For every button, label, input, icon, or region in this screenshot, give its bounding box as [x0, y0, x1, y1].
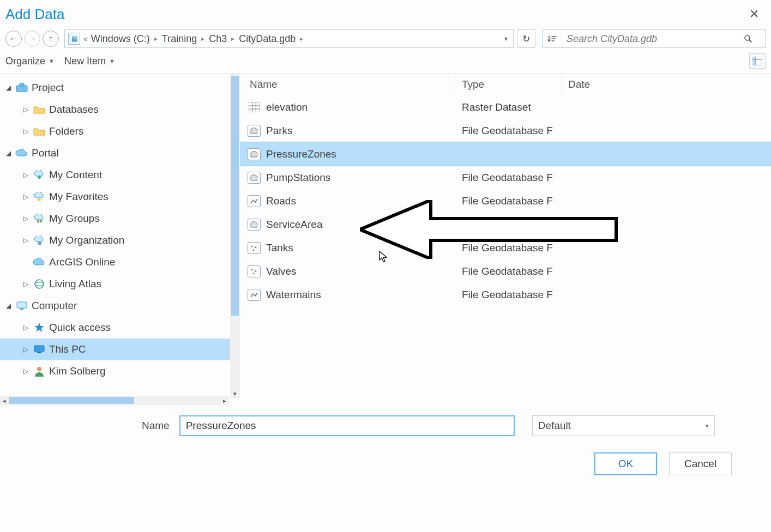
search-button[interactable]: [738, 30, 757, 47]
tree-item-my-organization[interactable]: ▷ My Organization: [0, 229, 240, 251]
tree-item-quick-access[interactable]: ▷ Quick access: [0, 317, 240, 338]
svg-point-20: [37, 367, 41, 371]
living-atlas-icon: [33, 278, 46, 290]
svg-rect-19: [37, 352, 41, 353]
tree-label: Kim Solberg: [49, 365, 106, 377]
tree-item-my-groups[interactable]: ▷ My Groups: [0, 208, 240, 229]
chevron-left-icon: «: [83, 34, 88, 43]
list-item[interactable]: PressureZones: [240, 142, 771, 166]
breadcrumb-item[interactable]: Training: [162, 33, 197, 45]
tree-item-my-content[interactable]: ▷ My Content: [0, 164, 240, 186]
item-type: File Geodatabase F: [455, 219, 562, 231]
ok-button[interactable]: OK: [594, 452, 657, 475]
list-item[interactable]: ServiceAreaFile Geodatabase F: [240, 213, 771, 236]
raster-icon: [248, 101, 261, 113]
chevron-right-icon: ▸: [200, 35, 206, 43]
up-button[interactable]: ↑: [43, 31, 59, 47]
column-header-type[interactable]: Type: [455, 74, 562, 95]
tree-item-my-favorites[interactable]: ▷ My Favorites: [0, 186, 240, 208]
search-input[interactable]: [562, 33, 738, 45]
view-toggle-button[interactable]: [749, 53, 766, 69]
tree-label: Databases: [49, 104, 99, 116]
tree-item-this-pc[interactable]: ▷ This PC: [0, 338, 240, 360]
tree-label: This PC: [49, 343, 86, 355]
tree-label: Computer: [32, 300, 77, 312]
item-name: elevation: [266, 101, 308, 113]
breadcrumb-dropdown[interactable]: ▾: [502, 35, 510, 43]
tree-item-project[interactable]: ◢ Project: [0, 77, 240, 99]
breadcrumb-item[interactable]: CityData.gdb: [239, 33, 296, 45]
item-type: File Geodatabase F: [455, 265, 562, 277]
list-item[interactable]: PumpStationsFile Geodatabase F: [240, 166, 771, 189]
polygon-icon: [248, 219, 261, 231]
column-header-date[interactable]: Date: [562, 74, 771, 95]
list-item[interactable]: WatermainsFile Geodatabase F: [240, 283, 771, 306]
polygon-icon: [248, 148, 261, 160]
item-name: PressureZones: [266, 148, 336, 160]
list-item[interactable]: elevationRaster Dataset: [240, 95, 771, 119]
svg-point-13: [35, 280, 44, 288]
catalog-tree: ◢ Project ▷ Databases ▷ Folders: [0, 74, 240, 406]
tree-label: My Content: [49, 169, 102, 181]
svg-rect-15: [17, 302, 27, 308]
breadcrumb-item[interactable]: Ch3: [209, 33, 227, 45]
caret-down-icon: ▼: [109, 58, 115, 64]
filter-select[interactable]: Default ▾: [532, 415, 715, 436]
sort-button[interactable]: [543, 30, 562, 47]
item-name: ServiceArea: [266, 219, 323, 231]
refresh-button[interactable]: ↻: [517, 29, 535, 48]
new-item-menu[interactable]: New Item ▼: [64, 56, 115, 67]
list-item[interactable]: ValvesFile Geodatabase F: [240, 259, 771, 283]
tree-vscrollbar[interactable]: ▾: [230, 74, 240, 398]
cloud-star-icon: [33, 191, 46, 203]
cloud-user-icon: [33, 169, 46, 181]
breadcrumb-item[interactable]: Windows (C:): [91, 33, 150, 45]
cloud-icon: [15, 147, 28, 159]
cancel-button[interactable]: Cancel: [669, 452, 732, 475]
svg-rect-7: [20, 83, 24, 86]
tree-label: My Favorites: [49, 191, 109, 203]
organize-menu[interactable]: Organize ▼: [5, 56, 55, 67]
tree-item-portal[interactable]: ◢ Portal: [0, 142, 240, 164]
organize-label: Organize: [5, 56, 45, 67]
item-name: Roads: [266, 195, 296, 207]
tree-hscrollbar[interactable]: ◂ ▸: [0, 396, 229, 406]
back-button[interactable]: ←: [5, 31, 22, 47]
user-icon: [33, 365, 46, 377]
folder-icon: [33, 125, 46, 137]
item-type: File Geodatabase F: [455, 195, 562, 207]
tree-item-databases[interactable]: ▷ Databases: [0, 99, 240, 120]
list-item[interactable]: ParksFile Geodatabase F: [240, 119, 771, 142]
svg-rect-16: [20, 309, 23, 310]
new-item-label: New Item: [64, 56, 106, 67]
item-type: File Geodatabase F: [455, 242, 562, 254]
dialog-title: Add Data: [5, 6, 64, 23]
close-button[interactable]: ✕: [745, 5, 763, 23]
tree-item-living-atlas[interactable]: ▷ Living Atlas: [0, 273, 240, 295]
list-item[interactable]: TanksFile Geodatabase F: [240, 236, 771, 259]
svg-point-8: [38, 176, 41, 179]
monitor-icon: [33, 343, 46, 355]
tree-item-computer[interactable]: ◢ Computer: [0, 295, 240, 317]
tree-label: Living Atlas: [49, 278, 101, 290]
item-type: File Geodatabase F: [455, 172, 562, 184]
chevron-right-icon: ▸: [230, 35, 236, 43]
forward-button[interactable]: →: [24, 31, 40, 47]
name-input[interactable]: [179, 415, 515, 436]
tree-item-user[interactable]: ▷ Kim Solberg: [0, 360, 240, 382]
column-header-name[interactable]: Name: [240, 74, 455, 95]
cloud-group-icon: [33, 213, 46, 225]
tree-label: Project: [32, 82, 64, 94]
breadcrumb[interactable]: ▦ « Windows (C:) ▸ Training ▸ Ch3 ▸ City…: [64, 29, 514, 48]
tree-item-folders[interactable]: ▷ Folders: [0, 120, 240, 142]
polygon-icon: [248, 125, 261, 137]
svg-point-11: [40, 220, 42, 222]
chevron-right-icon: ▸: [153, 35, 159, 43]
svg-point-39: [253, 273, 255, 274]
svg-line-1: [749, 40, 751, 42]
tree-item-arcgis-online[interactable]: ArcGIS Online: [0, 251, 240, 273]
line-icon: [248, 195, 261, 207]
search-options[interactable]: ·: [757, 36, 765, 42]
star-icon: [33, 322, 46, 334]
list-item[interactable]: RoadsFile Geodatabase F: [240, 189, 771, 213]
